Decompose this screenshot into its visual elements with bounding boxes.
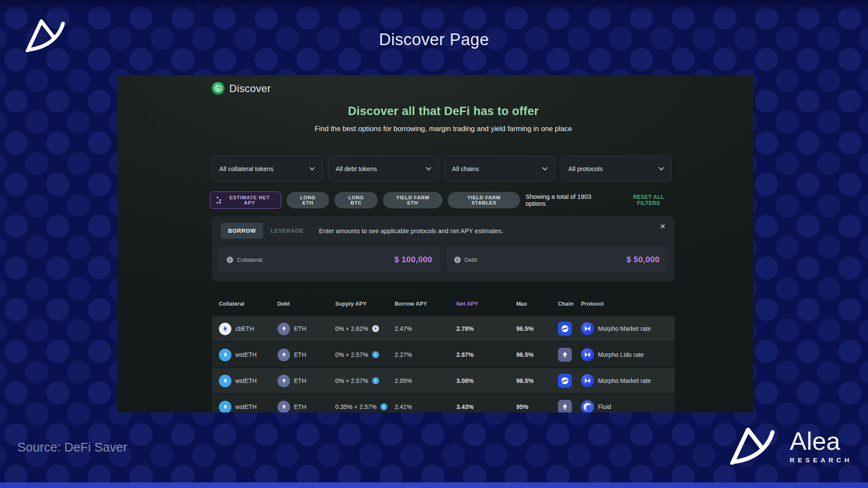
estimator-message: Enter amounts to see applicable protocol… <box>319 228 504 234</box>
col-net-apy: Net APY <box>456 295 478 313</box>
quick-filter-row: ESTIMATE NET APY LONG ETH LONG BTC YIELD… <box>210 191 675 209</box>
quick-filter-long-btc[interactable]: LONG BTC <box>334 192 377 208</box>
reward-token-icon <box>372 351 379 358</box>
dropdown-collateral-tokens[interactable]: All collateral tokens <box>212 156 322 181</box>
debt-label: Debt: <box>465 257 479 263</box>
fluid-icon <box>581 400 594 412</box>
brand-subname: RESEARCH <box>790 456 852 464</box>
eth-icon <box>277 375 290 387</box>
collateral-label: Collateral: <box>237 257 264 263</box>
eth-icon <box>277 349 290 361</box>
col-chain: Chain <box>558 295 574 313</box>
discover-icon <box>212 82 224 95</box>
col-debt: Debt <box>277 295 290 313</box>
dropdown-label: All collateral tokens <box>219 165 274 172</box>
chevron-down-icon <box>426 167 431 171</box>
wsteth-icon <box>219 349 231 361</box>
debt-amount-field[interactable]: i Debt: $ 50,000 <box>446 247 668 273</box>
alea-brand: Alea RESEARCH <box>728 427 852 465</box>
quick-filter-yield-farm-stables[interactable]: YIELD FARM STABLES <box>448 192 520 208</box>
reset-all-filters-button[interactable]: RESET ALL FILTERS <box>623 194 675 206</box>
col-collateral: Collateral <box>219 295 244 313</box>
chevron-down-icon <box>310 167 315 171</box>
morpho-icon <box>581 374 594 387</box>
estimator-inputs: i Collateral: $ 100,000 i Debt: $ 50,000 <box>219 247 667 273</box>
dropdown-label: All protocols <box>568 165 603 172</box>
quick-filter-long-eth[interactable]: LONG ETH <box>287 192 330 208</box>
estimate-button-label: ESTIMATE NET APY <box>225 195 274 205</box>
table-row[interactable]: wstETH ETH 0% + 2.57% 2.27% 2.87% 96.5% … <box>212 342 675 367</box>
results-summary: Showing a total of 1903 options <box>525 193 607 207</box>
hero-subheading: Find the best options for borrowing, mar… <box>212 125 675 133</box>
page-title: Discover Page <box>0 30 868 49</box>
info-icon: i <box>454 257 461 263</box>
ethereum-chain-icon <box>558 348 572 362</box>
col-supply-apy: Supply APY <box>335 295 366 313</box>
results-table: Collateral Debt Supply APY Borrow APY Ne… <box>212 295 675 412</box>
morpho-icon <box>581 348 594 361</box>
wsteth-icon <box>219 401 231 413</box>
estimate-net-apy-button[interactable]: ESTIMATE NET APY <box>210 191 281 209</box>
tab-borrow[interactable]: BORROW <box>221 223 263 239</box>
collateral-amount-field[interactable]: i Collateral: $ 100,000 <box>219 247 440 273</box>
top-band <box>0 0 868 13</box>
collateral-value: $ 100,000 <box>394 255 432 264</box>
base-chain-icon <box>558 374 572 388</box>
app-header: Discover <box>212 82 271 95</box>
sort-desc-icon: ↓ <box>520 295 522 313</box>
table-header: Collateral Debt Supply APY Borrow APY Ne… <box>212 295 675 313</box>
col-protocol: Protocol <box>581 295 604 313</box>
source-caption: Source: DeFi Saver <box>17 440 127 455</box>
quick-filter-yield-farm-eth[interactable]: YIELD FARM ETH <box>383 192 442 208</box>
app-header-title: Discover <box>229 82 271 95</box>
reward-token-icon <box>372 325 379 332</box>
table-row[interactable]: cbETH ETH 0% + 2.62% 2.47% 2.78% 96.5% M… <box>212 316 675 341</box>
estimator-card: BORROW LEVERAGE Enter amounts to see app… <box>212 216 674 281</box>
dropdown-label: All debt tokens <box>336 165 377 172</box>
slide: Discover Page Discover Discover all that… <box>0 0 868 488</box>
debt-value: $ 50,000 <box>627 255 660 264</box>
dropdown-debt-tokens[interactable]: All debt tokens <box>328 156 439 181</box>
base-chain-icon <box>558 322 572 336</box>
chevron-down-icon <box>659 167 664 171</box>
tab-leverage[interactable]: LEVERAGE <box>263 223 311 239</box>
bottom-band <box>0 482 868 488</box>
col-borrow-apy: Borrow APY <box>395 295 427 313</box>
morpho-icon <box>581 322 594 335</box>
dropdown-chains[interactable]: All chains <box>445 156 555 181</box>
chevron-down-icon <box>542 167 548 171</box>
estimate-icon <box>217 197 221 204</box>
reward-token-icon <box>372 377 379 384</box>
wsteth-icon <box>219 375 231 387</box>
brand-name: Alea <box>790 428 840 455</box>
info-icon: i <box>227 257 233 263</box>
estimator-tabs: BORROW LEVERAGE Enter amounts to see app… <box>212 216 674 239</box>
table-row[interactable]: wstETH ETH 0.35% + 2.57% 2.41% 3.43% 95%… <box>212 394 675 412</box>
hero-heading: Discover all that DeFi has to offer <box>212 105 675 118</box>
reward-token-icon <box>380 403 387 410</box>
dropdown-label: All chains <box>452 165 479 172</box>
filter-dropdowns: All collateral tokens All debt tokens Al… <box>212 156 671 181</box>
eth-icon <box>277 401 290 413</box>
app-screenshot: Discover Discover all that DeFi has to o… <box>117 75 753 412</box>
eth-icon <box>277 323 290 335</box>
close-icon[interactable]: ✕ <box>660 222 666 231</box>
cbeth-icon <box>219 323 231 335</box>
ethereum-chain-icon <box>558 400 572 412</box>
alea-logo-mark <box>728 427 780 465</box>
table-row[interactable]: wstETH ETH 0% + 2.57% 2.05% 3.08% 96.5% … <box>212 368 675 393</box>
dropdown-protocols[interactable]: All protocols <box>561 156 671 181</box>
